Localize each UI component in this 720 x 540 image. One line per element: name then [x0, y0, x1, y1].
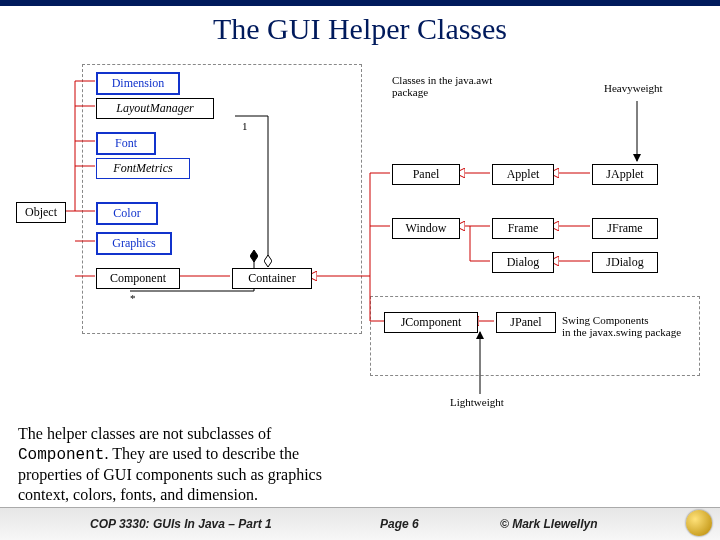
- node-frame: Frame: [492, 218, 554, 239]
- node-japplet: JApplet: [592, 164, 658, 185]
- multiplicity-star: *: [130, 292, 136, 304]
- class-diagram: Object Dimension LayoutManager Font Font…: [10, 46, 710, 426]
- label-lightweight: Lightweight: [450, 396, 504, 408]
- footer-course: COP 3330: GUIs In Java – Part 1: [90, 517, 272, 531]
- footer-page: Page 6: [380, 517, 419, 531]
- slide: The GUI Helper Classes: [0, 0, 720, 540]
- node-applet: Applet: [492, 164, 554, 185]
- node-dialog: Dialog: [492, 252, 554, 273]
- node-layoutmanager: LayoutManager: [96, 98, 214, 119]
- node-jdialog: JDialog: [592, 252, 658, 273]
- label-awt-group: Classes in the java.awt package: [392, 74, 532, 98]
- page-title: The GUI Helper Classes: [0, 12, 720, 46]
- node-fontmetrics: FontMetrics: [96, 158, 190, 179]
- node-dimension: Dimension: [96, 72, 180, 95]
- multiplicity-one: 1: [242, 120, 248, 132]
- node-object: Object: [16, 202, 66, 223]
- helper-note: The helper classes are not subclasses of…: [18, 424, 348, 505]
- footer: COP 3330: GUIs In Java – Part 1 Page 6 ©…: [0, 507, 720, 540]
- note-mono: Component: [18, 446, 104, 464]
- label-swing-group: Swing Components in the javax.swing pack…: [562, 314, 702, 338]
- node-jframe: JFrame: [592, 218, 658, 239]
- node-color: Color: [96, 202, 158, 225]
- label-heavyweight: Heavyweight: [604, 82, 663, 94]
- node-component: Component: [96, 268, 180, 289]
- node-window: Window: [392, 218, 460, 239]
- node-container: Container: [232, 268, 312, 289]
- node-font: Font: [96, 132, 156, 155]
- node-panel: Panel: [392, 164, 460, 185]
- ucf-logo-icon: [686, 510, 712, 536]
- label-awt-1: Classes in the java.awt package: [392, 74, 492, 98]
- node-graphics: Graphics: [96, 232, 172, 255]
- note-l1: The helper classes are not subclasses of: [18, 425, 271, 442]
- node-jpanel: JPanel: [496, 312, 556, 333]
- node-jcomponent: JComponent: [384, 312, 478, 333]
- footer-copyright: © Mark Llewellyn: [500, 517, 598, 531]
